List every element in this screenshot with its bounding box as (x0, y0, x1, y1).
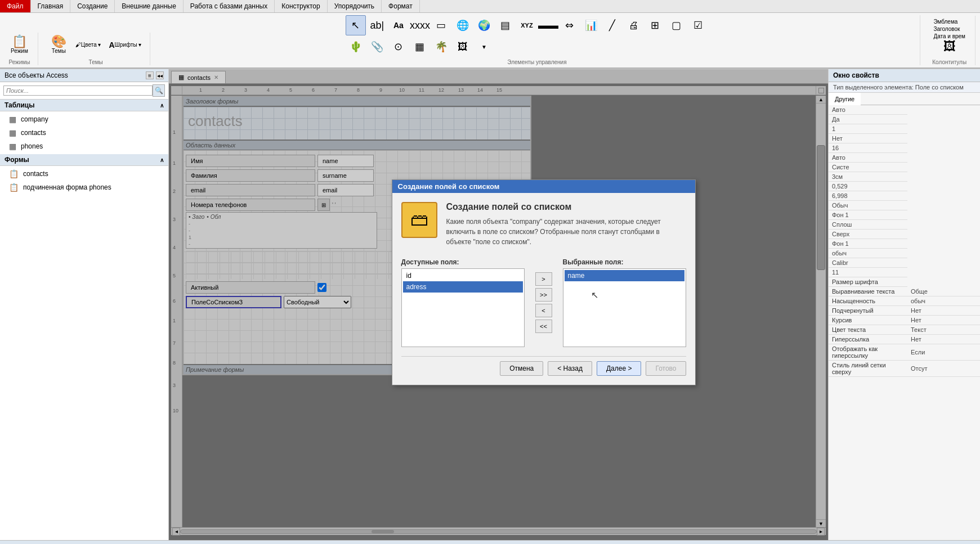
table-tool[interactable]: ▦ (410, 37, 430, 57)
tab-contacts[interactable]: ▦ contacts ✕ (171, 71, 226, 83)
themes-button[interactable]: 🎨 Темы (47, 33, 70, 57)
ribbon-group-insert: Эмблема Заголовок Дата и врем 🖼 Колонтит… (927, 16, 975, 65)
combo-dropdown[interactable]: Свободный (284, 296, 351, 308)
prop-val-4: 16 (829, 143, 907, 153)
ruler-left-8: 1 (173, 318, 176, 323)
next-button[interactable]: Далее > (597, 361, 642, 376)
section-tables-header[interactable]: Таблицы ∧ (0, 100, 168, 111)
tab-arrange[interactable]: Упорядочить (328, 0, 382, 12)
available-item-adress[interactable]: adress (403, 281, 523, 293)
rectangle-tool[interactable]: ▭ (431, 15, 451, 35)
attach-tool[interactable]: 📎 (367, 37, 387, 57)
tab-constructor[interactable]: Конструктор (275, 0, 327, 12)
right-panel-tabs: Другие (829, 93, 980, 105)
available-item-id[interactable]: id (403, 270, 523, 281)
move-all-right-btn[interactable]: >> (535, 288, 552, 302)
search-button[interactable]: 🔍 (153, 84, 165, 97)
name-label-text: Имя (191, 158, 203, 164)
prop-val-15: обыч (829, 249, 907, 258)
chart-tool[interactable]: 📊 (581, 15, 601, 35)
subform-line4: - (189, 241, 374, 247)
forms-chevron: ∧ (160, 157, 164, 163)
tab-external[interactable]: Внешние данные (115, 0, 184, 12)
paginate-tool[interactable]: ⊞ (645, 15, 665, 35)
label-tool[interactable]: Aa (388, 15, 409, 35)
web-tool[interactable]: 🌐 (453, 15, 473, 35)
nav-item-phones[interactable]: ▦ phones (0, 140, 168, 153)
tab-file[interactable]: Файл (0, 0, 31, 12)
field-value-name[interactable]: name (317, 155, 374, 167)
move-tool[interactable]: ⇔ (560, 15, 580, 35)
back-button[interactable]: < Назад (548, 361, 592, 376)
field-value-email[interactable]: email (317, 184, 374, 196)
text-tool[interactable]: ab| (367, 15, 387, 35)
selected-list[interactable]: name (563, 268, 686, 347)
ruler-5: 5 (289, 87, 292, 93)
center-area: ▦ contacts ✕ 1 2 3 4 5 6 7 8 9 10 (169, 69, 828, 540)
print-tool[interactable]: 🖨 (624, 15, 644, 35)
nav-item-contacts[interactable]: ▦ contacts (0, 126, 168, 140)
select-tool[interactable]: ↖ (346, 15, 366, 35)
form-title-label: Заголовок формы (186, 98, 238, 105)
modes-group-label: Режимы (8, 59, 30, 65)
xyz-tool[interactable]: XYZ (517, 15, 537, 35)
mode-button[interactable]: 📋 Режим (7, 33, 32, 57)
left-panel-pin-btn[interactable]: ◂◂ (156, 71, 164, 79)
circle-tool[interactable]: ⊙ (388, 37, 409, 57)
zagolovok-label: Заголовок (933, 26, 960, 32)
vscroll-down[interactable]: ▼ (816, 519, 826, 527)
move-left-btn[interactable]: < (535, 304, 552, 317)
expand-btn[interactable]: ▼ (474, 37, 494, 57)
finish-button[interactable]: Готово (646, 361, 686, 376)
check-tool[interactable]: ☑ (688, 15, 708, 35)
hscroll-thumb[interactable] (372, 530, 394, 533)
rpanel-tab-other[interactable]: Другие (829, 93, 861, 105)
nav-item-form-contacts[interactable]: 📋 contacts (0, 167, 168, 181)
table-icon-contacts: ▦ (9, 128, 16, 137)
move-all-left-btn[interactable]: << (535, 320, 552, 333)
ribbon-group-modes: 📋 Режим Режимы (5, 33, 38, 65)
hscroll-right[interactable]: ▸ (817, 528, 825, 536)
field-tool[interactable]: ▬▬ (538, 15, 558, 35)
active-checkbox[interactable] (317, 283, 326, 292)
search-input[interactable] (3, 86, 153, 96)
vscroll-up[interactable]: ▲ (816, 96, 826, 104)
xxxx-tool[interactable]: xxxx (410, 15, 430, 35)
ruler-left-4: 3 (173, 217, 176, 222)
field-value-surname[interactable]: surname (317, 169, 374, 182)
tab-create[interactable]: Создание (70, 0, 115, 12)
nav-item-company[interactable]: ▦ company (0, 113, 168, 126)
colors-button[interactable]: 🖌 Цвета ▾ (73, 40, 104, 50)
table-icon-company: ▦ (9, 115, 16, 124)
themes-items: 🎨 Темы 🖌 Цвета ▾ A Шрифты ▾ (47, 33, 145, 57)
ruler-left-3: 2 (173, 188, 176, 194)
section-forms-header[interactable]: Формы ∧ (0, 154, 168, 166)
vscrollbar[interactable]: ▲ ▼ (816, 96, 826, 527)
controls-tools: ↖ ab| Aa xxxx ▭ 🌐 🌍 ▤ XYZ ▬▬ ⇔ 📊 ╱ 🖨 ⊞ ▢… (346, 15, 728, 57)
selected-item-name[interactable]: name (565, 270, 684, 281)
left-panel-collapse-btn[interactable]: ≡ (146, 71, 154, 79)
cancel-button[interactable]: Отмена (500, 361, 543, 376)
tab-database[interactable]: Работа с базами данных (184, 0, 275, 12)
tab-format[interactable]: Формат (382, 0, 420, 12)
listbox-tool[interactable]: ▤ (495, 15, 516, 35)
ruler-left-10: 8 (173, 360, 176, 366)
available-list[interactable]: id adress (401, 268, 525, 347)
prop-name-underline: Подчеркнутый (829, 306, 907, 316)
move-right-btn[interactable]: > (535, 272, 552, 286)
hscroll-left[interactable]: ◂ (172, 528, 180, 536)
vscroll-thumb[interactable] (817, 145, 825, 270)
prop-val-gridline-top: Отсут (907, 361, 980, 377)
insert-image-button[interactable]: Эмблема Заголовок Дата и врем 🖼 (929, 16, 969, 57)
tab-home[interactable]: Главная (31, 0, 71, 12)
tab-close-icon[interactable]: ✕ (214, 74, 218, 80)
photo-tool[interactable]: 🖼 (453, 37, 473, 57)
cactus-tool[interactable]: 🌵 (346, 37, 366, 57)
fonts-button[interactable]: A Шрифты ▾ (106, 39, 144, 51)
line-tool[interactable]: ╱ (602, 15, 623, 35)
modal-arrows: > >> < << (534, 258, 554, 347)
nav-item-form-phones[interactable]: 📋 подчиненная форма phones (0, 181, 168, 194)
web2-tool[interactable]: 🌍 (474, 15, 494, 35)
image-tool[interactable]: 🌴 (431, 37, 451, 57)
frame-tool[interactable]: ▢ (666, 15, 687, 35)
